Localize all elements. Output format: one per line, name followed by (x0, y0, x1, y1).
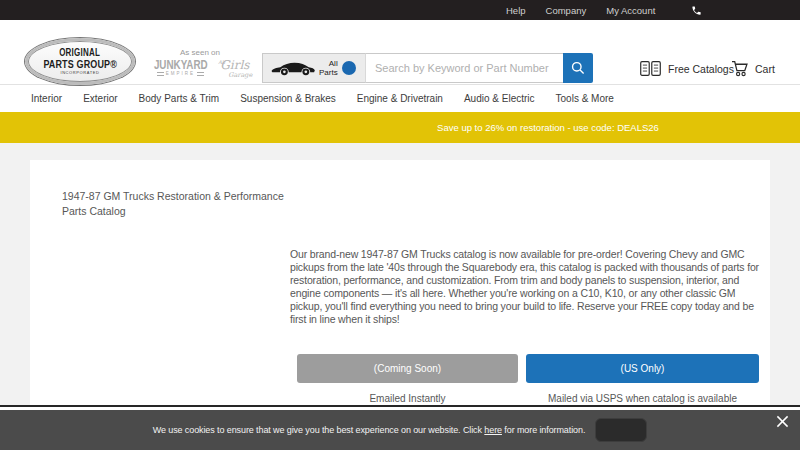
free-catalogs-link[interactable]: Free Catalogs (638, 60, 734, 77)
scope-label: All Parts (319, 59, 338, 77)
scope-label-bottom: Parts (319, 68, 338, 77)
topbar-links: Help Company My Account (506, 0, 702, 20)
as-seen-on-block: As seen on JUNKYARD EMPIRE All Girls Gar… (146, 48, 254, 80)
search-input[interactable] (365, 53, 563, 83)
request-catalog-us-only-button[interactable]: (US Only) (526, 354, 759, 383)
junkyard-line1: JUNKYARD (154, 59, 208, 71)
nav-item-body-parts-trim[interactable]: Body Parts & Trim (139, 93, 220, 104)
nav-item-exterior[interactable]: Exterior (83, 93, 117, 104)
phone-icon[interactable] (691, 5, 702, 16)
cookie-ok-button[interactable] (595, 418, 647, 442)
logo-line3: INCORPORATED (60, 70, 99, 76)
scope-label-top: All (319, 59, 338, 68)
all-parts-toggle[interactable] (342, 61, 356, 75)
nav-item-audio-electric[interactable]: Audio & Electric (464, 93, 535, 104)
nav-item-suspension-brakes[interactable]: Suspension & Brakes (240, 93, 336, 104)
topbar-link-my-account[interactable]: My Account (606, 5, 655, 16)
topbar: Help Company My Account (0, 0, 800, 20)
main-area: 1947-87 GM Trucks Restoration & Performa… (0, 143, 800, 405)
search-button[interactable] (563, 53, 593, 83)
as-seen-on-label: As seen on (146, 48, 254, 57)
main-nav: Interior Exterior Body Parts & Trim Susp… (0, 84, 800, 112)
cookie-notice-bar: We use cookies to ensure that we give yo… (0, 410, 800, 450)
logo-line2: PARTS GROUP® (43, 58, 117, 70)
classic-car-icon (270, 59, 316, 77)
us-only-note: Mailed via USPS when catalog is availabl… (526, 393, 759, 404)
page-title-line1: 1947-87 GM Trucks Restoration & Performa… (62, 189, 284, 204)
cookie-more-info-link[interactable]: here (484, 425, 502, 435)
search-icon (570, 60, 586, 76)
catalog-book-icon (638, 60, 663, 77)
nav-item-interior[interactable]: Interior (31, 93, 62, 104)
close-icon[interactable] (774, 413, 790, 429)
search-bar: All Parts (262, 53, 593, 83)
topbar-link-company[interactable]: Company (546, 5, 587, 16)
logo-line1: ORIGINAL (59, 47, 100, 58)
cart-link[interactable]: Cart (731, 60, 775, 77)
page: Help Company My Account ORIGINAL PARTS G… (0, 0, 800, 450)
page-title-line2: Parts Catalog (62, 204, 284, 219)
cookie-text-after: for more information. (502, 425, 585, 435)
page-title: 1947-87 GM Trucks Restoration & Performa… (62, 189, 284, 219)
coming-soon-note: Emailed Instantly (297, 393, 518, 404)
cart-icon (731, 60, 750, 77)
catalog-description: Our brand-new 1947-87 GM Trucks catalog … (290, 248, 760, 326)
cart-label: Cart (755, 63, 775, 75)
download-coming-soon-button[interactable]: (Coming Soon) (297, 354, 518, 383)
cookie-message: We use cookies to ensure that we give yo… (153, 425, 586, 435)
junkyard-empire-logo: JUNKYARD EMPIRE (148, 59, 214, 76)
nav-item-engine-drivetrain[interactable]: Engine & Drivetrain (357, 93, 443, 104)
promo-banner[interactable]: Save up to 26% on restoration - use code… (0, 112, 800, 143)
nav-item-tools-more[interactable]: Tools & More (556, 93, 614, 104)
all-girls-garage-logo: All Girls Garage (220, 59, 252, 80)
brand-logo[interactable]: ORIGINAL PARTS GROUP® INCORPORATED (25, 38, 135, 85)
cookie-text-before: We use cookies to ensure that we give yo… (153, 425, 485, 435)
girls-line1: All (218, 58, 225, 67)
promo-text: Save up to 26% on restoration - use code… (0, 112, 800, 143)
header: ORIGINAL PARTS GROUP® INCORPORATED As se… (0, 20, 800, 84)
free-catalogs-label: Free Catalogs (668, 63, 734, 75)
search-scope-selector[interactable]: All Parts (262, 53, 365, 83)
girls-line3: Garage (228, 71, 252, 80)
content-card: 1947-87 GM Trucks Restoration & Performa… (30, 160, 770, 405)
topbar-link-help[interactable]: Help (506, 5, 526, 16)
